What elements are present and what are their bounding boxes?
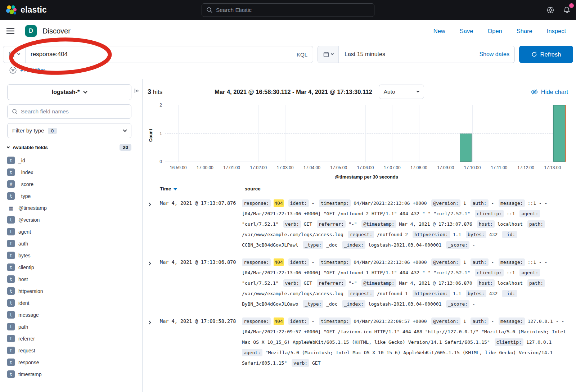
source-field-value: 04/Mar/2021:22:13:06 +0000: [354, 200, 427, 206]
source-field-key: _id:: [502, 231, 517, 238]
source-field-value: CCBN_3cB04dGovJLPawl: [242, 242, 298, 248]
source-field-value: 1: [463, 200, 466, 206]
chevron-down-icon: [123, 128, 127, 132]
field-item[interactable]: t httpversion: [7, 285, 137, 297]
field-name: auth: [18, 241, 28, 247]
y-tick-label: 1: [153, 131, 162, 136]
show-dates-link[interactable]: Show dates: [479, 51, 514, 58]
global-search[interactable]: [202, 3, 374, 17]
action-share[interactable]: Share: [517, 28, 532, 35]
hide-chart-button[interactable]: Hide chart: [531, 89, 568, 95]
source-field-key: ident:: [288, 258, 309, 266]
field-item[interactable]: t referrer: [7, 333, 137, 344]
interval-select[interactable]: Auto: [379, 85, 424, 99]
saved-query-menu-button[interactable]: [3, 46, 26, 63]
field-search-input[interactable]: [21, 108, 127, 115]
field-item[interactable]: t @version: [7, 214, 137, 226]
string-field-icon: t: [7, 287, 15, 295]
available-fields-count: 20: [120, 144, 131, 151]
available-fields-header[interactable]: Available fields 20: [7, 144, 137, 151]
field-item[interactable]: ▦ @timestamp: [7, 202, 137, 214]
index-pattern-selector[interactable]: logstash-*: [7, 84, 131, 100]
field-name: response: [18, 360, 39, 365]
brand[interactable]: elastic: [6, 5, 47, 15]
collapse-sidebar-icon[interactable]: [134, 88, 140, 95]
add-filter-button[interactable]: + Add filter: [20, 67, 45, 73]
time-range-button[interactable]: Last 15 minutes: [339, 51, 479, 58]
results-header: 3 hits Mar 4, 2021 @ 16:58:30.112 - Mar …: [148, 84, 568, 100]
field-item[interactable]: t timestamp: [7, 368, 137, 380]
field-item[interactable]: t _type: [7, 190, 137, 202]
discover-app-badge[interactable]: D: [25, 25, 37, 37]
content: logstash-* Filter by type 0 Available fi…: [0, 79, 576, 392]
refresh-button[interactable]: Refresh: [519, 46, 573, 63]
source-field-value: -: [472, 242, 475, 248]
sort-desc-icon[interactable]: [174, 188, 177, 190]
doc-source: response: 404 ident: - timestamp: 04/Mar…: [242, 198, 568, 250]
action-inspect[interactable]: Inspect: [547, 28, 566, 35]
string-field-icon: t: [7, 299, 15, 307]
source-field-value: Mar 4, 2021 @ 17:13:06.870: [399, 280, 472, 286]
source-field-value: -: [311, 319, 314, 324]
x-tick-label: 16:59:00: [170, 165, 187, 170]
field-item[interactable]: t message: [7, 309, 137, 321]
string-field-icon: t: [7, 311, 15, 319]
chart-time-range: Mar 4, 2021 @ 16:58:30.112 - Mar 4, 2021…: [215, 89, 372, 95]
search-icon: [206, 7, 212, 13]
query-input[interactable]: [26, 51, 291, 58]
expand-row-button[interactable]: [148, 198, 160, 250]
source-field-key: verb:: [292, 359, 309, 367]
source-field-key: bytes:: [466, 290, 486, 297]
field-item[interactable]: t clientip: [7, 261, 137, 273]
field-item[interactable]: t ident: [7, 297, 137, 309]
field-item[interactable]: t agent: [7, 226, 137, 238]
source-field-value: ByBN_3cB04dGovJLOawo: [242, 301, 298, 307]
time-column-header[interactable]: Time: [160, 186, 242, 192]
source-field-value: localhost: [498, 280, 523, 286]
field-item[interactable]: t host: [7, 273, 137, 285]
doc-table-row: Mar 4, 2021 @ 17:13:06.870 response: 404…: [148, 254, 568, 313]
source-field-value: 404: [274, 199, 283, 207]
filter-by-type-label: Filter by type: [12, 127, 44, 134]
filter-icon[interactable]: [9, 67, 17, 74]
field-item[interactable]: t bytes: [7, 249, 137, 261]
field-item[interactable]: # _score: [7, 178, 137, 190]
source-field-key: referrer:: [317, 279, 346, 287]
string-field-icon: t: [7, 323, 15, 330]
query-language-button[interactable]: KQL: [291, 51, 313, 58]
menu-icon[interactable]: [6, 28, 14, 34]
source-field-key: @version:: [431, 317, 460, 325]
expand-row-button[interactable]: [148, 316, 160, 368]
action-save[interactable]: Save: [460, 28, 473, 35]
filter-by-type-button[interactable]: Filter by type 0: [7, 123, 131, 138]
field-item[interactable]: t response: [7, 356, 137, 368]
global-search-input[interactable]: [216, 7, 370, 13]
action-new[interactable]: New: [433, 28, 445, 35]
source-field-key: _index:: [342, 300, 365, 308]
histogram-bar[interactable]: [460, 134, 472, 162]
doc-table-header: Time _source: [148, 186, 568, 195]
field-item[interactable]: t _id: [7, 154, 137, 166]
field-item[interactable]: t _index: [7, 166, 137, 178]
alerts-icon[interactable]: [563, 6, 570, 13]
quick-select-button[interactable]: [318, 46, 339, 63]
query-input-group: KQL: [3, 46, 313, 63]
field-item[interactable]: t request: [7, 344, 137, 356]
string-field-icon: t: [7, 216, 15, 224]
histogram-bar[interactable]: [553, 105, 565, 162]
chevron-down-icon: [416, 90, 419, 93]
expand-row-button[interactable]: [148, 257, 160, 309]
source-field-value: 404: [274, 258, 283, 266]
global-header: elastic: [0, 0, 576, 20]
help-icon[interactable]: [547, 6, 554, 14]
page-title: Discover: [42, 27, 71, 35]
source-field-key: httpversion:: [413, 231, 450, 238]
field-name: _id: [18, 158, 25, 163]
action-open[interactable]: Open: [487, 28, 502, 35]
field-item[interactable]: t auth: [7, 238, 137, 249]
field-item[interactable]: t path: [7, 321, 137, 333]
field-search[interactable]: [7, 104, 131, 119]
source-field-key: clientip:: [475, 269, 504, 276]
source-field-value: 04/Mar/2021:22:09:57 +0000: [354, 319, 427, 324]
source-field-key: bytes:: [466, 231, 486, 238]
